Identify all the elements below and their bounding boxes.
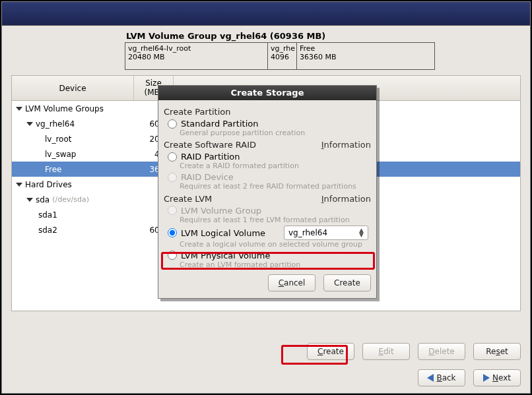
vg-segment-free: Free 36360 MB — [297, 43, 434, 69]
option-label: LVM Volume Group — [181, 206, 261, 216]
vg-seg-label: Free — [300, 44, 432, 53]
row-label: sda1 — [38, 210, 57, 220]
arrow-left-icon — [427, 374, 434, 382]
section-create-partition: Create Partition — [164, 107, 371, 117]
vg-seg-size: 36360 MB — [300, 53, 432, 61]
row-label: vg_rhel64 — [36, 119, 75, 129]
hint-lvm-pv: Create an LVM formated partition — [164, 260, 371, 269]
option-label: LVM Logical Volume — [181, 228, 265, 238]
radio-lvm-pv[interactable] — [168, 251, 177, 260]
option-lvm-lv[interactable]: LVM Logical Volume — [164, 228, 265, 238]
expand-icon[interactable] — [26, 122, 33, 126]
row-label: lv_swap — [45, 150, 76, 159]
dialog-title: Create Storage — [158, 86, 376, 100]
row-label: Hard Drives — [25, 180, 72, 189]
edit-button: Edit — [362, 343, 410, 360]
row-path: (/dev/sda) — [52, 195, 89, 204]
section-create-lvm: Create LVMInformation — [164, 194, 371, 204]
create-storage-dialog: Create Storage Create Partition Standard… — [158, 85, 377, 299]
create-button-label: C — [317, 347, 323, 356]
reset-button-rest: et — [500, 347, 508, 356]
row-label: lv_root — [45, 135, 72, 144]
dialog-cancel-button[interactable]: Cancel — [268, 274, 316, 291]
hint-lvm-vg: Requires at least 1 free LVM formated pa… — [164, 216, 371, 224]
expand-icon[interactable] — [16, 183, 22, 187]
create-button-rest: reate — [323, 347, 344, 356]
radio-lvm-vg — [168, 206, 177, 215]
hint-standard: General purpose partition creation — [164, 129, 371, 137]
option-raid-partition[interactable]: RAID Partition — [164, 151, 371, 162]
arrow-right-icon — [483, 374, 490, 382]
vg-seg-label: vg_rhel64-lv_root — [128, 44, 265, 53]
top-banner — [2, 2, 530, 26]
lvm-info-link[interactable]: Information — [321, 194, 371, 204]
option-label: Standard Partition — [181, 119, 258, 129]
vg-seg-label: vg_rhe — [271, 44, 294, 53]
delete-button-label: D — [428, 347, 434, 356]
reset-button[interactable]: Reset — [473, 343, 521, 360]
edit-button-label: E — [378, 347, 383, 356]
vg-combobox[interactable]: vg_rhel64 ▲▼ — [284, 226, 368, 240]
back-button[interactable]: Back — [418, 369, 465, 386]
radio-lvm-lv[interactable] — [168, 228, 177, 237]
spinner-icon: ▲▼ — [359, 228, 364, 237]
option-raid-device: RAID Device — [164, 171, 371, 182]
row-label: Free — [45, 165, 61, 174]
raid-info-link[interactable]: Information — [321, 140, 371, 150]
row-label: sda2 — [38, 226, 57, 235]
back-button-rest: ack — [442, 373, 456, 382]
option-lvm-vg: LVM Volume Group — [164, 205, 371, 216]
create-button[interactable]: Create — [307, 343, 354, 360]
hint-raid-part: Create a RAID formated partition — [164, 162, 371, 170]
vg-seg-size: 20480 MB — [128, 53, 265, 61]
delete-button-rest: elete — [435, 347, 455, 356]
option-standard-partition[interactable]: Standard Partition — [164, 118, 371, 129]
vg-seg-size: 4096 — [271, 53, 294, 61]
next-button[interactable]: Next — [473, 369, 521, 386]
radio-raid-partition[interactable] — [168, 152, 177, 162]
hint-raid-dev: Requires at least 2 free RAID formated p… — [164, 182, 371, 191]
radio-standard-partition[interactable] — [168, 119, 177, 129]
vg-segment-root: vg_rhel64-lv_root 20480 MB — [125, 43, 268, 69]
option-label: RAID Device — [181, 172, 234, 182]
vg-usage-bar: vg_rhel64-lv_root 20480 MB vg_rhe 4096 F… — [125, 42, 435, 70]
cancel-rest: ancel — [284, 278, 305, 288]
hint-lvm-lv: Create a logical volume on selected volu… — [164, 240, 371, 249]
vg-segment-swap: vg_rhe 4096 — [268, 43, 297, 69]
option-lvm-pv[interactable]: LVM Physical Volume — [164, 250, 371, 260]
expand-icon[interactable] — [16, 107, 22, 111]
dialog-create-button[interactable]: Create — [323, 274, 371, 291]
next-button-rest: ext — [498, 373, 511, 382]
col-device[interactable]: Device — [12, 76, 134, 100]
section-create-raid: Create Software RAIDInformation — [164, 140, 371, 150]
combo-value: vg_rhel64 — [288, 228, 327, 237]
delete-button: Delete — [418, 343, 465, 360]
option-label: LVM Physical Volume — [181, 251, 270, 260]
option-label: RAID Partition — [181, 152, 240, 162]
row-label: sda — [36, 195, 50, 204]
edit-button-rest: dit — [383, 347, 394, 356]
expand-icon[interactable] — [26, 198, 33, 202]
vg-header: LVM Volume Group vg_rhel64 (60936 MB) — [126, 31, 519, 41]
radio-raid-device — [168, 173, 177, 182]
row-label: LVM Volume Groups — [25, 104, 104, 113]
